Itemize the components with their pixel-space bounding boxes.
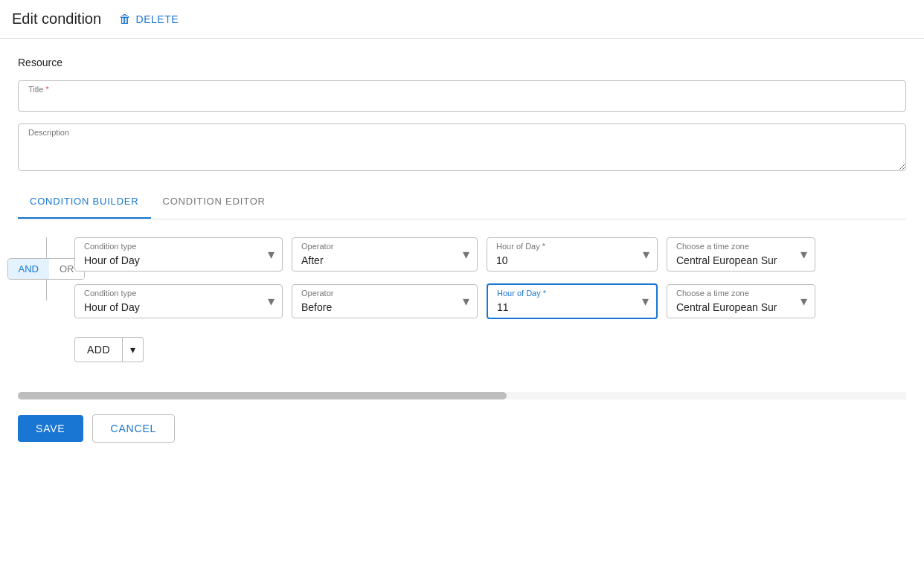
description-label: Description xyxy=(28,128,69,137)
footer: SAVE CANCEL xyxy=(0,399,924,457)
tabs-bar: CONDITION BUILDER CONDITION EDITOR xyxy=(18,185,906,219)
add-dropdown-button[interactable]: ▾ xyxy=(123,337,144,362)
hour-label-1: Hour of Day * xyxy=(496,242,545,251)
operator-select-1: Operator After Before ▾ xyxy=(292,237,478,272)
hour-select-1: Hour of Day * 10 11 ▾ xyxy=(487,237,658,272)
condition-type-select-2: Condition type Hour of Day ▾ xyxy=(74,284,283,318)
tab-condition-editor[interactable]: CONDITION EDITOR xyxy=(151,185,277,219)
add-button-group: ADD ▾ xyxy=(74,337,906,362)
cancel-button[interactable]: CANCEL xyxy=(92,414,176,443)
operator-select-2: Operator After Before ▾ xyxy=(292,284,478,318)
add-button[interactable]: ADD xyxy=(74,337,123,362)
title-label: Title * xyxy=(28,85,49,94)
title-required: * xyxy=(45,85,48,94)
operator-label-1: Operator xyxy=(301,242,333,251)
logic-connector: AND OR xyxy=(24,237,68,362)
save-button[interactable]: SAVE xyxy=(18,415,83,442)
condition-type-select-1: Condition type Hour of Day ▾ xyxy=(74,237,283,272)
and-or-buttons: AND OR xyxy=(7,258,86,280)
timezone-select-2: Choose a time zone Central European Sur … xyxy=(667,284,815,318)
resource-section-label: Resource xyxy=(18,57,906,68)
title-field-wrapper: Title * xyxy=(18,80,906,112)
page-title: Edit condition xyxy=(12,10,101,28)
condition-type-label-1: Condition type xyxy=(84,242,136,251)
condition-rows: Condition type Hour of Day ▾ Operator Af… xyxy=(74,237,906,362)
header: Edit condition 🗑 DELETE xyxy=(0,0,924,39)
delete-button[interactable]: 🗑 DELETE xyxy=(119,13,179,26)
delete-icon: 🗑 xyxy=(119,13,132,26)
scroll-thumb[interactable] xyxy=(18,392,507,399)
condition-type-label-2: Condition type xyxy=(84,289,136,298)
table-row: Condition type Hour of Day ▾ Operator Af… xyxy=(74,283,906,319)
builder-area: AND OR Condition type Hour of Day ▾ xyxy=(18,219,906,380)
hour-label-2: Hour of Day * xyxy=(497,289,546,298)
and-button[interactable]: AND xyxy=(8,259,49,279)
bottom-line xyxy=(46,280,47,301)
delete-label: DELETE xyxy=(136,13,179,25)
top-line xyxy=(46,237,47,258)
timezone-select-1: Choose a time zone Central European Sur … xyxy=(667,237,815,272)
description-field-wrapper: Description xyxy=(18,123,906,173)
title-input[interactable] xyxy=(18,80,906,112)
timezone-label-2: Choose a time zone xyxy=(676,289,749,298)
horizontal-scrollbar[interactable] xyxy=(18,392,906,399)
operator-label-2: Operator xyxy=(301,289,333,298)
hour-select-2: Hour of Day * 10 11 ▾ xyxy=(487,283,658,319)
tab-condition-builder[interactable]: CONDITION BUILDER xyxy=(18,185,151,219)
table-row: Condition type Hour of Day ▾ Operator Af… xyxy=(74,237,906,272)
content-area: Resource Title * Description CONDITION B… xyxy=(0,39,924,399)
description-input[interactable] xyxy=(18,123,906,171)
timezone-label-1: Choose a time zone xyxy=(676,242,749,251)
chevron-small-icon: ▾ xyxy=(130,344,135,356)
